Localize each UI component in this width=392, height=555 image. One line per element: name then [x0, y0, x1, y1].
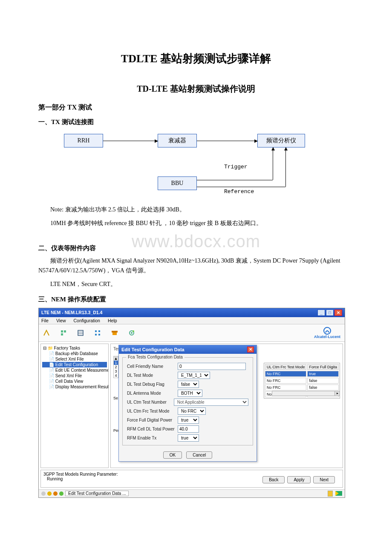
se-label: Se — [113, 396, 118, 400]
tree-item[interactable]: 📄 Display Measurement Results — [42, 384, 107, 390]
brand-logo: Alcatel-Lucent — [314, 327, 340, 339]
status-flag-icon[interactable] — [335, 491, 342, 496]
diagram-box-attenuator: 衰减器 — [158, 134, 197, 147]
dialog-close-button[interactable]: ✕ — [247, 347, 254, 353]
arrow-att-to-spec — [197, 141, 257, 141]
titlebar[interactable]: LTE NEM - NEM.LR13.3_D1.4 _ □ ✕ — [39, 308, 345, 317]
svg-rect-11 — [112, 331, 118, 332]
label-trigger: Trigger — [224, 164, 248, 170]
th: UL Ctm Frc Test Mode — [265, 364, 307, 370]
tree-item[interactable]: 📄 Edit UE Context Measurement — [42, 367, 107, 373]
flabel: UL Ctm Frc Test Mode — [127, 409, 176, 413]
toolbar-gear-icon[interactable] — [128, 330, 135, 336]
maximize-button[interactable]: □ — [326, 309, 334, 316]
th: Force Full Digita — [307, 364, 339, 370]
status-dot-grey — [41, 491, 46, 496]
next-button[interactable]: Next — [313, 476, 335, 483]
arrow-trigger-up — [273, 147, 273, 180]
menu-view[interactable]: View — [56, 318, 66, 323]
svg-rect-10 — [112, 332, 117, 335]
menu-help[interactable]: Help — [108, 318, 117, 323]
menu-configuration[interactable]: Configuration — [74, 318, 100, 323]
flabel: Force Full Digital Power — [127, 418, 176, 422]
arrow-rrh-to-att — [103, 141, 158, 141]
footer-panel: 3GPP Test Models Running Parameter: Runn… — [40, 470, 343, 488]
status-text: Edit Test Configuration Data ... — [65, 491, 129, 496]
toolbar-icon-1[interactable] — [43, 330, 50, 336]
svg-point-14 — [133, 330, 134, 332]
nem-window: LTE NEM - NEM.LR13.3_D1.4 _ □ ✕ File Vie… — [38, 308, 345, 498]
status-dot-green — [59, 491, 63, 496]
tree-root[interactable]: ⊟ 📁 Factory Tasks — [42, 345, 107, 351]
rfm-enable-tx-select[interactable]: true — [178, 434, 199, 442]
menu-file[interactable]: File — [41, 318, 49, 323]
equipment-text: 频谱分析仪(Agilent MXA Signal Analyzer N9020A… — [38, 256, 354, 276]
diagram-box-spectrum-analyzer: 频谱分析仪 — [257, 134, 305, 147]
toolbar-icon-2[interactable] — [60, 330, 67, 336]
svg-rect-0 — [61, 330, 63, 332]
flabel: DL Test Debug Flag — [127, 382, 176, 387]
close-button[interactable]: ✕ — [334, 309, 342, 316]
apply-button[interactable]: Apply — [287, 476, 311, 483]
software-text: LTE NEM，Secure CRT。 — [38, 279, 354, 289]
tree-item-selected[interactable]: 📄 Edit Test Configuration — [42, 362, 107, 367]
rfm-cell-dl-total-power-input[interactable] — [178, 425, 199, 433]
status-doc-icon[interactable] — [328, 491, 333, 497]
note2-text: 10MH 参考线时钟线 reference 接 BBU 针孔 ，10 毫秒 tr… — [38, 218, 354, 228]
toolbar-icon-3[interactable] — [77, 330, 84, 336]
line-bbu-h2 — [197, 187, 285, 187]
task-tree[interactable]: ⊟ 📁 Factory Tasks 📄 Backup eNb Database … — [40, 344, 109, 468]
flabel: Cell Friendly Name — [127, 364, 176, 369]
status-dot-yellow — [47, 491, 52, 496]
table-row[interactable]: No FRCfalse — [265, 384, 339, 390]
svg-rect-7 — [98, 330, 100, 332]
svg-rect-9 — [98, 334, 100, 335]
dialog-titlebar[interactable]: Edit Test Configuration Data ✕ — [119, 345, 257, 354]
svg-rect-2 — [61, 333, 63, 335]
status-bar: Edit Test Configuration Data ... — [39, 489, 345, 497]
doc-subtitle: TD-LTE 基站射频测试操作说明 — [38, 83, 354, 95]
toolbar-icon-5[interactable] — [111, 330, 118, 336]
status-dot-orange — [53, 491, 58, 496]
ok-button[interactable]: OK — [163, 451, 182, 459]
flabel: DL Antenna Mode — [127, 391, 176, 396]
toolbar-icon-4[interactable] — [94, 330, 101, 336]
arrow-reference-up — [285, 147, 286, 187]
back-button[interactable]: Back — [262, 476, 285, 483]
diagram-box-bbu: BBU — [158, 176, 197, 190]
minimize-button[interactable]: _ — [317, 309, 325, 316]
flabel: RFM Enable Tx — [127, 436, 176, 440]
diagram-box-rrh: RRH — [64, 134, 103, 147]
label-reference: Reference — [224, 188, 254, 195]
line-bbu-h1 — [197, 180, 273, 180]
toolbar: Alcatel-Lucent — [39, 324, 345, 342]
table-row[interactable]: No FRCfalse — [265, 378, 339, 384]
ul-ctm-test-number-select[interactable]: Not Applicable — [174, 399, 248, 406]
table-row[interactable]: No FRCtrue — [265, 371, 339, 377]
svg-rect-8 — [95, 334, 97, 335]
table-scrollbar[interactable]: ▸ — [272, 391, 340, 396]
window-title: LTE NEM - NEM.LR13.3_D1.4 — [41, 310, 102, 315]
menubar: File View Configuration Help — [39, 317, 345, 324]
fieldset-legend: Fca Tests Configuration Data — [126, 355, 184, 359]
dl-test-debug-flag-select[interactable]: false — [178, 381, 199, 388]
note-text: Note: 衰减为输出功率 2.5 倍以上，此处选择 30dB。 — [38, 205, 354, 215]
flabel: DL Test Mode — [127, 373, 176, 378]
flabel: UL Ctm Test Number — [127, 400, 172, 405]
tree-item[interactable]: 📄 Cell Data View — [42, 379, 107, 384]
row-peek: ▲ 1 2 3 4 — [113, 356, 118, 378]
cancel-button[interactable]: Cancel — [186, 451, 212, 459]
svg-point-13 — [131, 332, 133, 334]
tree-item[interactable]: 📄 Select Xml File — [42, 356, 107, 362]
edit-config-dialog: Edit Test Configuration Data ✕ Fca Tests… — [118, 345, 257, 462]
dl-test-mode-select[interactable]: E_TM_1_1 — [178, 372, 210, 379]
tree-item[interactable]: 📄 Send Xml File — [42, 373, 107, 379]
ul-ctm-frc-test-mode-select[interactable]: No FRC — [178, 408, 206, 415]
cell-friendly-name-input[interactable] — [178, 363, 246, 370]
tree-item[interactable]: 📄 Backup eNb Database — [42, 351, 107, 356]
svg-rect-3 — [78, 330, 83, 335]
doc-title: TDLTE 基站射频测试步骤详解 — [38, 51, 354, 66]
force-full-digital-power-select[interactable]: true — [178, 416, 199, 424]
flabel: RFM Cell DL Total Power — [127, 427, 176, 431]
dl-antenna-mode-select[interactable]: BOTH — [178, 390, 202, 397]
